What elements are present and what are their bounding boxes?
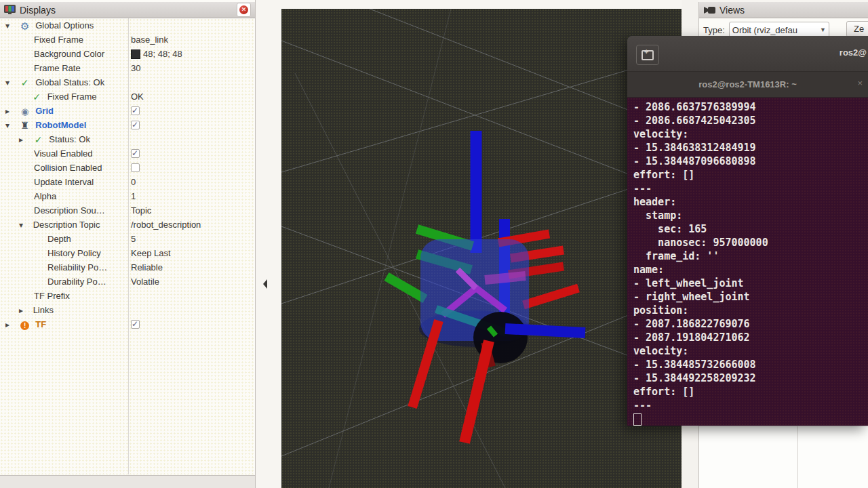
enable-checkbox[interactable] — [131, 149, 140, 158]
display-property-row[interactable]: Links — [0, 303, 255, 317]
expand-arrow-icon[interactable] — [5, 317, 16, 332]
display-property-row[interactable]: Visual Enabled — [0, 146, 255, 161]
property-value[interactable]: Topic — [131, 203, 151, 218]
terminal-line: --- — [633, 182, 868, 195]
display-property-row[interactable]: Description Sou… Topic — [0, 203, 255, 218]
value-text: 1 — [131, 189, 136, 203]
expand-arrow-icon[interactable] — [5, 18, 16, 33]
new-tab-icon — [642, 50, 654, 60]
terminal-line: nanosec: 957000000 — [633, 236, 868, 249]
property-label: Visual Enabled — [33, 148, 93, 159]
property-value[interactable] — [131, 146, 142, 161]
row-type-icon — [18, 19, 32, 34]
terminal-line: - 15.384638312484919 — [633, 141, 868, 155]
row-type-icon — [18, 318, 32, 332]
display-property-row[interactable]: Background Color 48; 48; 48 — [0, 47, 255, 61]
display-property-row[interactable]: Status: Ok — [0, 132, 255, 146]
display-property-row[interactable]: Global Options — [0, 18, 255, 33]
property-label: Description Topic — [32, 220, 100, 230]
property-value[interactable]: Reliable — [131, 260, 163, 274]
display-property-row[interactable]: RobotModel — [0, 118, 255, 132]
property-value[interactable]: Keep Last — [131, 246, 171, 260]
display-property-row[interactable]: Collision Enabled — [0, 161, 255, 175]
property-value[interactable]: /robot_description — [131, 218, 201, 232]
terminal-line: - right_wheel_joint — [633, 290, 868, 304]
display-property-row[interactable]: Alpha 1 — [0, 189, 255, 203]
expand-arrow-icon[interactable] — [5, 75, 16, 90]
displays-tree: Global Options Fixed Frame base_link — [0, 18, 255, 474]
terminal-titlebar[interactable]: ros2@ — [627, 36, 868, 72]
view-type-value: Orbit (rviz_defau — [732, 25, 797, 35]
property-value[interactable]: Volatile — [131, 274, 159, 289]
display-property-row[interactable]: TF — [0, 317, 255, 331]
expand-arrow-icon[interactable] — [19, 132, 29, 147]
property-label: Fixed Frame — [33, 35, 83, 45]
display-property-row[interactable]: Description Topic /robot_description — [0, 218, 255, 232]
property-label: Alpha — [33, 191, 56, 201]
property-value[interactable]: 5 — [131, 232, 136, 246]
display-property-row[interactable]: Fixed Frame base_link — [0, 33, 255, 47]
terminal-line: - 2086.6637576389994 — [633, 100, 868, 114]
terminal-tabbar: ros2@ros2-TM1613R: ~ × — [627, 72, 868, 98]
new-tab-button[interactable] — [636, 45, 659, 65]
display-property-row[interactable]: Depth 5 — [0, 232, 255, 246]
terminal-line: - 15.384487096680898 — [633, 155, 868, 168]
display-property-row[interactable]: Frame Rate 30 — [0, 61, 255, 75]
property-value[interactable] — [131, 161, 142, 175]
display-property-row[interactable]: Reliability Po… Reliable — [0, 260, 255, 274]
property-value[interactable] — [131, 317, 142, 331]
terminal-output[interactable]: - 2086.6637576389994 - 2086.668742504230… — [627, 98, 868, 426]
expand-arrow-icon[interactable] — [19, 303, 29, 318]
expand-arrow-icon[interactable] — [5, 104, 16, 119]
terminal-tab[interactable]: ros2@ros2-TM1613R: ~ — [698, 79, 797, 89]
zero-button[interactable]: Ze — [846, 21, 868, 37]
display-property-row[interactable]: Update Interval 0 — [0, 175, 255, 189]
property-label: Depth — [46, 234, 71, 244]
property-value[interactable]: 1 — [131, 189, 136, 203]
property-label: Global Status: Ok — [34, 77, 104, 87]
view-type-label: Type: — [703, 25, 725, 35]
property-label: Fixed Frame — [46, 92, 97, 102]
value-text: 30 — [131, 61, 140, 75]
property-value[interactable]: 0 — [131, 175, 136, 189]
property-value[interactable]: 30 — [131, 61, 140, 75]
property-label: Durability Po… — [46, 277, 106, 287]
value-text: Volatile — [131, 274, 159, 289]
row-type-icon — [18, 76, 32, 90]
collapse-panel-arrow-icon[interactable] — [263, 279, 267, 289]
property-value[interactable] — [131, 118, 142, 132]
terminal-line: stamp: — [633, 209, 868, 222]
3d-viewport[interactable] — [281, 9, 682, 488]
row-type-icon — [32, 133, 45, 147]
property-label: Grid — [34, 106, 54, 116]
enable-checkbox[interactable] — [131, 121, 140, 129]
close-panel-button[interactable]: ✕ — [237, 3, 251, 17]
display-property-row[interactable]: Durability Po… Volatile — [0, 274, 255, 289]
terminal-line: - 2087.186822769076 — [633, 317, 868, 331]
display-property-row[interactable]: TF Prefix — [0, 289, 255, 303]
property-value[interactable] — [131, 104, 142, 118]
expand-arrow-icon[interactable] — [5, 118, 16, 133]
enable-checkbox[interactable] — [131, 163, 140, 172]
property-label: Description Sou… — [33, 205, 105, 216]
property-value[interactable]: base_link — [131, 33, 168, 47]
views-saved-list[interactable] — [699, 426, 868, 488]
display-property-row[interactable]: Grid — [0, 104, 255, 118]
views-panel-titlebar[interactable]: Views — [699, 2, 868, 18]
panel-gutter — [256, 0, 281, 488]
display-property-row[interactable]: History Policy Keep Last — [0, 246, 255, 260]
property-value[interactable]: OK — [131, 89, 144, 104]
display-property-row[interactable]: Global Status: Ok — [0, 75, 255, 89]
terminal-window[interactable]: ros2@ ros2@ros2-TM1613R: ~ × - 2086.6637… — [627, 36, 868, 426]
terminal-line: --- — [633, 399, 868, 412]
displays-panel-titlebar[interactable]: Displays ✕ — [0, 2, 255, 18]
terminal-line: effort: [] — [633, 385, 868, 399]
display-property-row[interactable]: Fixed Frame OK — [0, 89, 255, 104]
expand-arrow-icon[interactable] — [19, 218, 29, 232]
enable-checkbox[interactable] — [131, 106, 140, 115]
displays-panel-title: Displays — [20, 5, 56, 16]
enable-checkbox[interactable] — [131, 320, 140, 329]
displays-panel-icon — [4, 5, 16, 15]
property-value[interactable]: 48; 48; 48 — [131, 47, 182, 61]
tab-close-icon[interactable]: × — [857, 78, 863, 88]
